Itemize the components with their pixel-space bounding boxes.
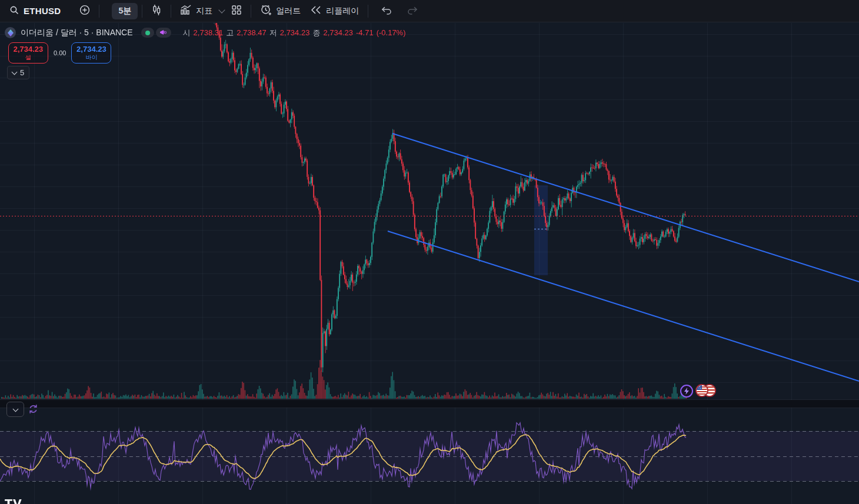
symbol-label: ETHUSD [24, 6, 61, 16]
currency-pair-icons [695, 384, 717, 398]
indicators-templates-dropdown[interactable] [217, 3, 227, 19]
close-value: 2,734.23 [323, 28, 353, 37]
toolbar-separator [99, 5, 99, 18]
chevron-down-icon [12, 69, 18, 75]
layout-grid-button[interactable] [227, 3, 247, 19]
change-value: -4.71 [356, 28, 374, 37]
compare-add-button[interactable] [75, 3, 95, 19]
toolbar-separator [142, 5, 142, 18]
market-open-dot-icon [145, 31, 150, 35]
undo-button[interactable] [376, 3, 397, 19]
indicators-label: 지표 [196, 6, 212, 16]
buy-button[interactable]: 2,734.23 바이 [71, 42, 111, 64]
buy-label: 바이 [85, 54, 97, 61]
interval-button[interactable]: 5분 [112, 3, 138, 19]
tradingview-logo[interactable]: TV [5, 497, 22, 504]
ohlc-readout: 시 2,738.31 고 2,738.47 저 2,734.23 종 2,734… [183, 28, 406, 38]
low-value: 2,734.23 [280, 28, 310, 37]
high-label: 고 [226, 28, 234, 38]
chart-canvas[interactable] [0, 0, 859, 504]
plus-circle-icon [79, 5, 90, 17]
tradingview-app: { "toolbar":{ "symbol":"ETHUSD", "interv… [0, 0, 859, 504]
indicators-button[interactable]: 지표 [175, 3, 217, 19]
redo-button[interactable] [402, 3, 423, 19]
indicator-pane-collapse-button[interactable] [6, 402, 24, 417]
interval-quick-toggle[interactable]: 5 [7, 66, 29, 79]
lightning-icon[interactable] [680, 385, 693, 398]
chart-style-button[interactable] [147, 3, 167, 19]
replay-label: 리플레이 [326, 6, 359, 16]
sell-label: 셀 [25, 54, 31, 61]
toolbar-separator [171, 5, 171, 18]
symbol-info-row: 이더리움 / 달러 · 5 · BINANCE 시 2,738.31 고 2,7… [5, 27, 406, 38]
megaphone-icon [160, 28, 167, 38]
high-value: 2,738.47 [237, 28, 267, 37]
replay-icon [310, 5, 322, 16]
alert-label: 얼러트 [276, 6, 301, 16]
replay-button[interactable]: 리플레이 [305, 3, 364, 19]
indicators-icon [180, 5, 192, 17]
layout-grid-icon [231, 5, 242, 17]
us-flag-coin-icon [695, 384, 708, 397]
interval-label: 5분 [118, 6, 131, 16]
open-label: 시 [183, 28, 191, 38]
trade-panel: 2,734.23 셀 0.00 2,734.23 바이 [8, 42, 111, 64]
indicator-sync-icon[interactable] [28, 404, 38, 416]
toolbar-separator [251, 5, 251, 18]
symbol-title[interactable]: 이더리움 / 달러 · 5 · BINANCE [21, 28, 133, 38]
change-percent: (-0.17%) [377, 28, 406, 37]
sell-price: 2,734.23 [14, 45, 44, 54]
alert-button[interactable]: 얼러트 [255, 3, 305, 19]
chevron-down-icon [12, 406, 18, 412]
candlestick-icon [151, 4, 162, 18]
close-label: 종 [312, 28, 320, 38]
undo-icon [381, 5, 392, 16]
news-pill[interactable] [156, 28, 171, 38]
redo-icon [407, 5, 418, 16]
spread-value: 0.00 [54, 49, 66, 56]
open-value: 2,738.31 [194, 28, 224, 37]
symbol-status-pills [141, 28, 171, 38]
symbol-marker-badges [680, 384, 717, 398]
alarm-clock-plus-icon [260, 4, 272, 18]
sell-button[interactable]: 2,734.23 셀 [8, 42, 48, 64]
toolbar-separator [368, 5, 368, 18]
buy-price: 2,734.23 [76, 45, 106, 54]
ethereum-logo-icon [5, 27, 16, 38]
top-toolbar: ETHUSD 5분 지표 [0, 0, 859, 22]
search-icon [9, 5, 19, 17]
chevron-down-icon [219, 6, 225, 13]
market-status-pill[interactable] [141, 28, 154, 38]
low-label: 저 [269, 28, 277, 38]
interval-quick-label: 5 [20, 68, 24, 77]
symbol-search-button[interactable]: ETHUSD [5, 3, 65, 19]
